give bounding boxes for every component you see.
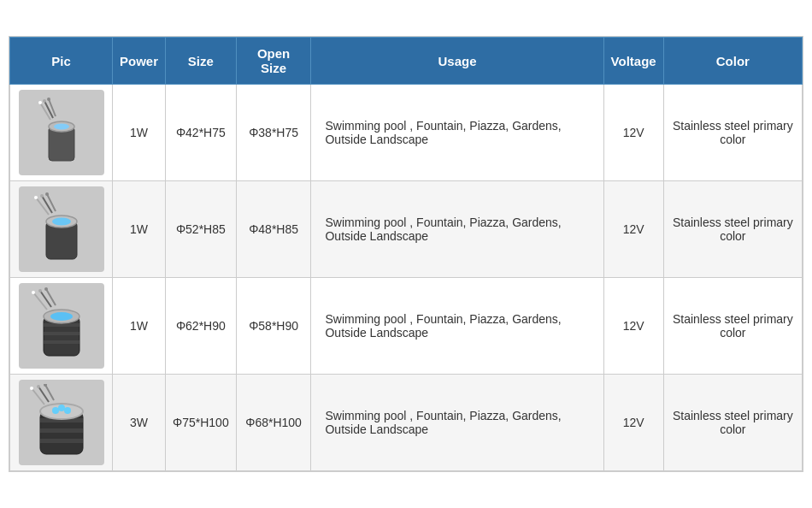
svg-point-42 bbox=[37, 385, 40, 388]
open-size-cell: Φ38*H75 bbox=[236, 85, 311, 181]
voltage-cell: 12V bbox=[603, 375, 663, 471]
svg-line-24 bbox=[33, 292, 47, 310]
product-image-1 bbox=[19, 90, 104, 175]
open-size-cell: Φ48*H85 bbox=[236, 181, 311, 278]
pic-cell bbox=[10, 85, 113, 181]
color-cell: Stainless steel primary color bbox=[663, 181, 802, 278]
svg-rect-33 bbox=[40, 439, 83, 443]
product-table: Pic Power Size Open Size Usage Voltage C… bbox=[9, 37, 803, 471]
svg-point-6 bbox=[38, 101, 42, 104]
size-cell: Φ42*H75 bbox=[166, 85, 237, 181]
svg-point-35 bbox=[52, 407, 59, 414]
usage-cell: Swimming pool , Fountain, Piazza, Garden… bbox=[311, 85, 603, 181]
svg-line-13 bbox=[42, 196, 52, 213]
voltage-cell: 12V bbox=[603, 278, 663, 375]
svg-point-16 bbox=[40, 194, 44, 198]
header-power: Power bbox=[113, 38, 166, 85]
svg-line-14 bbox=[47, 194, 56, 211]
header-usage: Usage bbox=[311, 38, 603, 85]
svg-point-28 bbox=[38, 289, 42, 292]
svg-point-37 bbox=[64, 407, 71, 414]
svg-point-41 bbox=[30, 387, 33, 390]
header-open-size: Open Size bbox=[236, 38, 311, 85]
voltage-cell: 12V bbox=[603, 181, 663, 278]
svg-rect-21 bbox=[44, 340, 79, 344]
svg-point-15 bbox=[34, 196, 38, 199]
usage-cell: Swimming pool , Fountain, Piazza, Garden… bbox=[311, 181, 603, 278]
table-row: 1WΦ52*H85Φ48*H85Swimming pool , Fountain… bbox=[10, 181, 803, 278]
table-header-row: Pic Power Size Open Size Usage Voltage C… bbox=[10, 38, 803, 85]
open-size-cell: Φ58*H90 bbox=[236, 278, 311, 375]
product-image-2 bbox=[19, 186, 104, 272]
svg-line-25 bbox=[40, 291, 51, 307]
product-image-4 bbox=[19, 380, 104, 465]
color-cell: Stainless steel primary color bbox=[663, 85, 802, 181]
header-voltage: Voltage bbox=[603, 38, 663, 85]
pic-cell bbox=[10, 375, 113, 471]
svg-line-12 bbox=[36, 198, 49, 215]
svg-point-11 bbox=[52, 218, 71, 226]
table-row: 1WΦ62*H90Φ58*H90Swimming pool , Fountain… bbox=[10, 278, 803, 375]
table-row: 1WΦ42*H75Φ38*H75Swimming pool , Fountain… bbox=[10, 85, 803, 181]
color-cell: Stainless steel primary color bbox=[663, 278, 802, 375]
product-image-3 bbox=[19, 283, 104, 369]
svg-point-29 bbox=[44, 287, 48, 291]
svg-point-27 bbox=[32, 291, 35, 294]
pic-cell bbox=[10, 181, 113, 278]
power-cell: 3W bbox=[113, 375, 166, 471]
svg-line-5 bbox=[49, 99, 56, 116]
size-cell: Φ52*H85 bbox=[166, 181, 237, 278]
usage-cell: Swimming pool , Fountain, Piazza, Garden… bbox=[311, 278, 603, 375]
svg-point-17 bbox=[45, 192, 49, 196]
power-cell: 1W bbox=[113, 181, 166, 278]
open-size-cell: Φ68*H100 bbox=[236, 375, 311, 471]
svg-point-7 bbox=[43, 99, 46, 103]
product-table-wrapper: Pic Power Size Open Size Usage Voltage C… bbox=[9, 36, 803, 472]
svg-point-23 bbox=[50, 312, 73, 321]
svg-point-36 bbox=[58, 405, 65, 411]
header-pic: Pic bbox=[10, 38, 113, 85]
svg-rect-20 bbox=[44, 332, 79, 335]
svg-rect-32 bbox=[40, 428, 83, 433]
header-size: Size bbox=[166, 38, 237, 85]
voltage-cell: 12V bbox=[603, 85, 663, 181]
color-cell: Stainless steel primary color bbox=[663, 375, 802, 471]
usage-cell: Swimming pool , Fountain, Piazza, Garden… bbox=[311, 375, 603, 471]
header-color: Color bbox=[663, 38, 802, 85]
table-row: 3WΦ75*H100Φ68*H100Swimming pool , Founta… bbox=[10, 375, 803, 471]
size-cell: Φ75*H100 bbox=[166, 375, 237, 471]
svg-point-2 bbox=[54, 124, 69, 130]
svg-point-8 bbox=[47, 97, 50, 101]
power-cell: 1W bbox=[113, 278, 166, 375]
size-cell: Φ62*H90 bbox=[166, 278, 237, 375]
svg-line-38 bbox=[32, 388, 44, 405]
power-cell: 1W bbox=[113, 85, 166, 181]
pic-cell bbox=[10, 278, 113, 375]
